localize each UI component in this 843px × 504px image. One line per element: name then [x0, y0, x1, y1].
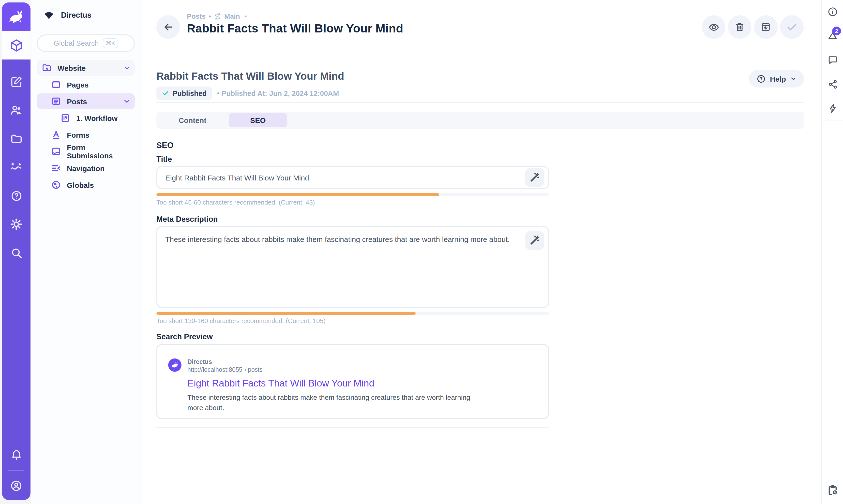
avatar-icon — [10, 480, 23, 492]
sidebar-item-label: Navigation — [67, 164, 105, 172]
module-users[interactable] — [2, 96, 30, 124]
version-sync-icon — [214, 13, 221, 20]
preview-button[interactable] — [702, 15, 725, 39]
box-icon — [9, 38, 23, 52]
generate-title-button[interactable] — [525, 168, 544, 187]
published-at-text: • Published At: Jun 2, 2024 12:00AM — [217, 89, 339, 97]
generate-description-button[interactable] — [525, 231, 544, 250]
delete-button[interactable] — [728, 15, 752, 39]
meta-description-textarea[interactable]: These interesting facts about rabbits ma… — [156, 226, 549, 308]
sidebar-item-label: 1. Workflow — [76, 114, 118, 122]
arrow-left-icon — [163, 22, 174, 33]
project-name: Directus — [61, 11, 91, 20]
article-icon — [51, 96, 61, 106]
magic-wand-icon — [529, 235, 540, 246]
edit-icon — [10, 75, 22, 88]
tab-content[interactable]: Content — [156, 112, 229, 129]
schedule-clipboard-icon — [827, 484, 839, 496]
preview-result-link[interactable]: Eight Rabbit Facts That Will Blow Your M… — [187, 378, 470, 389]
bottom-divider — [156, 427, 549, 428]
directus-logo[interactable] — [2, 2, 31, 31]
sidebar-item-globals[interactable]: Globals — [37, 177, 135, 193]
flows-bolt-icon — [827, 103, 838, 113]
module-settings[interactable] — [2, 210, 30, 238]
sidebar-item-navigation[interactable]: Navigation — [37, 160, 135, 176]
revisions-panel-button[interactable]: 2 — [822, 24, 843, 48]
collection-nav: Website Pages Posts — [37, 60, 135, 193]
comments-panel-button[interactable] — [822, 48, 843, 72]
search-placeholder: Global Search — [54, 39, 99, 47]
sidebar-item-forms[interactable]: Forms — [37, 127, 135, 143]
archive-button[interactable] — [754, 15, 777, 39]
sidebar-item-form-submissions[interactable]: Form Submissions — [37, 144, 135, 159]
chevron-down-icon — [123, 64, 131, 72]
search-preview-body: Directus http://localhost:8055 › posts E… — [187, 358, 470, 418]
content-body: Rabbit Facts That Will Blow Your Mind Pu… — [143, 70, 821, 448]
comment-icon — [827, 55, 838, 66]
notifications-button[interactable] — [2, 440, 30, 469]
help-button[interactable]: Help — [749, 70, 804, 88]
sidebar-item-posts[interactable]: Posts — [37, 93, 135, 109]
share-icon — [827, 79, 838, 89]
breadcrumb-collection[interactable]: Posts — [187, 12, 205, 20]
info-panel-button[interactable] — [822, 0, 843, 24]
title-field-label: Title — [156, 155, 804, 164]
seo-title-value: Eight Rabbit Facts That Will Blow Your M… — [165, 173, 520, 182]
kanban-icon — [60, 113, 70, 123]
sidebar-item-label: Posts — [67, 97, 87, 106]
title-helper-text: Too short 45-60 characters recommended. … — [156, 199, 804, 206]
search-preview-card: Directus http://localhost:8055 › posts E… — [156, 344, 549, 419]
search-preview-label: Search Preview — [156, 332, 804, 341]
breadcrumb-version[interactable]: Main — [224, 12, 240, 20]
meta-progress-track — [156, 312, 549, 315]
module-docs[interactable] — [2, 181, 30, 210]
sidebar-item-pages[interactable]: Pages — [37, 77, 135, 92]
save-button[interactable] — [780, 15, 804, 39]
section-divider — [156, 102, 804, 103]
module-insights[interactable] — [2, 153, 30, 181]
module-bar — [0, 0, 31, 504]
preview-site-name: Directus — [187, 358, 470, 365]
seo-title-input[interactable]: Eight Rabbit Facts That Will Blow Your M… — [156, 166, 549, 189]
meta-progress-fill — [156, 312, 415, 315]
title-progress-track — [156, 193, 549, 196]
module-search[interactable] — [2, 238, 30, 267]
page-header: Posts • Main Rabbit Facts That Will Blow… — [143, 0, 821, 54]
revisions-count-badge: 2 — [832, 26, 841, 35]
site-favicon — [168, 358, 181, 372]
project-fan-icon — [43, 10, 55, 21]
module-content-active[interactable] — [2, 31, 31, 59]
check-icon — [786, 21, 798, 33]
folder-star-icon — [42, 63, 52, 73]
chevron-down-icon — [790, 75, 797, 82]
global-search-input[interactable]: Global Search ⌘K — [37, 34, 135, 52]
preview-description: These interesting facts about rabbits ma… — [187, 392, 470, 413]
list-arrow-icon — [51, 163, 61, 173]
chevron-down-icon — [123, 97, 131, 105]
sidebar-item-label: Forms — [67, 130, 90, 139]
rail-divider — [8, 470, 24, 471]
trash-icon — [734, 22, 745, 33]
module-rail — [2, 59, 31, 500]
back-button[interactable] — [156, 15, 180, 39]
project-header[interactable]: Directus — [31, 0, 143, 31]
sidebar-item-workflow[interactable]: 1. Workflow — [37, 110, 135, 126]
tab-seo[interactable]: SEO — [229, 113, 287, 127]
user-menu-button[interactable] — [2, 471, 30, 500]
navigation-sidebar: Directus Global Search ⌘K Website — [31, 0, 143, 504]
globe-icon — [51, 180, 61, 190]
window-icon — [51, 80, 61, 90]
schedule-panel-button[interactable] — [822, 476, 843, 504]
module-editor[interactable] — [2, 67, 30, 96]
caret-down-icon — [243, 14, 248, 19]
help-circle-icon — [757, 74, 766, 83]
shares-panel-button[interactable] — [822, 72, 843, 96]
flows-panel-button[interactable] — [822, 96, 843, 121]
sidebar-item-website[interactable]: Website — [37, 60, 135, 76]
sidebar-item-label: Website — [57, 64, 86, 72]
module-files[interactable] — [2, 124, 30, 153]
archive-box-icon — [760, 22, 771, 33]
insights-icon — [10, 161, 23, 174]
sidebar-item-label: Form Submissions — [67, 143, 131, 160]
meta-field-label: Meta Description — [156, 215, 804, 224]
